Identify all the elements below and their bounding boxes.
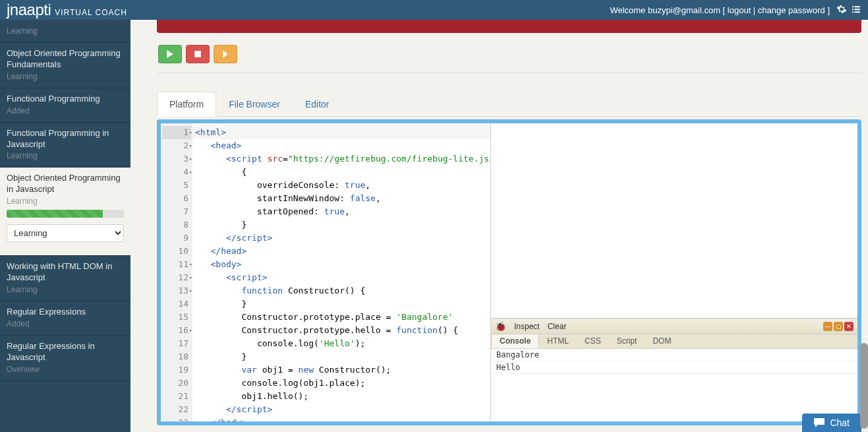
firebug-close-icon[interactable]: ✕ xyxy=(844,322,854,331)
code-line[interactable]: var obj1 = new Constructor(); xyxy=(192,363,490,377)
code-line[interactable]: Constructor.prototype.hello = function()… xyxy=(192,324,490,337)
gutter-line[interactable]: 19 xyxy=(162,363,191,377)
code-editor[interactable]: 1▾2▾3▾4▾567891011▾12▾13▾141516▾171819202… xyxy=(161,123,490,421)
sidebar-item[interactable]: Object Oriented Programming in Javascrip… xyxy=(0,168,130,256)
editor-code[interactable]: <html> <head> <script src="https://getfi… xyxy=(192,123,490,421)
gear-icon[interactable] xyxy=(836,4,847,16)
gutter-line[interactable]: 13▾ xyxy=(162,284,191,297)
code-line[interactable]: { xyxy=(192,166,490,179)
firebug-popout-icon[interactable]: ▢ xyxy=(834,322,843,331)
gutter-line[interactable]: 11▾ xyxy=(162,258,191,271)
code-line[interactable]: overrideConsole: true, xyxy=(192,179,490,192)
code-line[interactable]: } xyxy=(192,218,490,231)
sidebar[interactable]: LearningObject Oriented Programming Fund… xyxy=(0,20,130,432)
code-line[interactable]: console.log('Hello'); xyxy=(192,337,490,350)
firebug-tab-dom[interactable]: DOM xyxy=(645,334,679,348)
firebug-toolbar: 🐞 Inspect Clear — ▢ ✕ xyxy=(491,319,857,334)
code-line[interactable]: </body> xyxy=(192,416,490,421)
fold-icon[interactable]: ▾ xyxy=(189,284,192,297)
firebug-tab-css[interactable]: CSS xyxy=(577,334,609,348)
gutter-line[interactable]: 16▾ xyxy=(162,324,191,337)
sidebar-item[interactable]: Regular ExpressionsAdded xyxy=(0,301,130,336)
chat-button[interactable]: Chat xyxy=(802,414,861,432)
brand[interactable]: jnaapti VIRTUAL COACH xyxy=(7,1,127,19)
gutter-line[interactable]: 3▾ xyxy=(162,152,191,166)
gutter-line[interactable]: 20 xyxy=(162,377,191,390)
gutter-line[interactable]: 14 xyxy=(162,297,191,311)
list-icon[interactable] xyxy=(851,4,861,16)
firebug-tab-html[interactable]: HTML xyxy=(539,334,577,348)
firebug-console[interactable]: BangaloreHello xyxy=(491,349,857,421)
code-line[interactable]: </script> xyxy=(192,231,490,245)
code-line[interactable]: startInNewWindow: false, xyxy=(192,192,490,205)
code-line[interactable]: Constructor.prototype.place = 'Bangalore… xyxy=(192,311,490,324)
fold-icon[interactable]: ▾ xyxy=(189,126,192,139)
code-line[interactable]: startOpened: true, xyxy=(192,205,490,218)
logout-link[interactable]: logout xyxy=(728,5,751,15)
stop-button[interactable] xyxy=(186,45,210,63)
gutter-line[interactable]: 17 xyxy=(162,337,191,350)
firebug-icon[interactable]: 🐞 xyxy=(495,321,506,332)
code-line[interactable]: <script src="https://getfirebug.com/fire… xyxy=(192,152,490,166)
code-line[interactable]: console.log(obj1.place); xyxy=(192,377,490,390)
code-line[interactable]: <head> xyxy=(192,139,490,152)
gutter-line[interactable]: 6 xyxy=(162,192,191,205)
sidebar-item[interactable]: Working with HTML DOM in JavascriptLearn… xyxy=(0,256,130,301)
code-line[interactable]: function Constructor() { xyxy=(192,284,490,297)
fold-icon[interactable]: ▾ xyxy=(189,271,192,284)
code-line[interactable]: </script> xyxy=(192,403,490,416)
fold-icon[interactable]: ▾ xyxy=(189,166,192,179)
code-line[interactable]: <html> xyxy=(192,126,490,139)
gutter-line[interactable]: 5 xyxy=(162,179,191,192)
sidebar-item-status: Learning xyxy=(7,285,124,294)
code-line[interactable]: } xyxy=(192,297,490,311)
tab-platform[interactable]: Platform xyxy=(157,92,216,117)
gutter-line[interactable]: 12▾ xyxy=(162,271,191,284)
tab-editor[interactable]: Editor xyxy=(293,92,342,117)
sidebar-item[interactable]: Functional ProgrammingAdded xyxy=(0,88,130,123)
gutter-line[interactable]: 21 xyxy=(162,390,191,403)
gutter-line[interactable]: 15 xyxy=(162,311,191,324)
sidebar-item-status: Learning xyxy=(7,197,124,206)
step-button[interactable] xyxy=(214,45,237,63)
brand-main: jnaapti xyxy=(7,1,51,19)
code-line[interactable]: } xyxy=(192,350,490,363)
editor-gutter[interactable]: 1▾2▾3▾4▾567891011▾12▾13▾141516▾171819202… xyxy=(161,123,192,421)
gutter-line[interactable]: 4▾ xyxy=(162,166,191,179)
scrollbar-thumb[interactable] xyxy=(860,343,868,429)
gutter-line[interactable]: 9 xyxy=(162,231,191,245)
gutter-line[interactable]: 22 xyxy=(162,403,191,416)
gutter-line[interactable]: 10 xyxy=(162,245,191,258)
firebug-minimize-icon[interactable]: — xyxy=(823,322,832,331)
code-line[interactable]: <body> xyxy=(192,258,490,271)
sidebar-item[interactable]: Learning xyxy=(0,20,130,43)
alert-banner[interactable] xyxy=(157,20,861,33)
gutter-line[interactable]: 2▾ xyxy=(162,139,191,152)
gutter-line[interactable]: 8 xyxy=(162,218,191,231)
fold-icon[interactable]: ▾ xyxy=(189,152,192,166)
code-line[interactable]: obj1.hello(); xyxy=(192,390,490,403)
sidebar-item-status: Learning xyxy=(7,72,124,81)
sidebar-item[interactable]: Object Oriented Programming Fundamentals… xyxy=(0,43,130,88)
firebug-tab-script[interactable]: Script xyxy=(609,334,645,348)
gutter-line[interactable]: 23 xyxy=(162,416,191,421)
gutter-line[interactable]: 1▾ xyxy=(162,126,191,139)
sidebar-item[interactable]: Functional Programming in JavascriptLear… xyxy=(0,123,130,168)
fold-icon[interactable]: ▾ xyxy=(189,139,192,152)
sidebar-item[interactable]: Regular Expressions in JavascriptOvervie… xyxy=(0,336,130,381)
code-line[interactable]: <script> xyxy=(192,271,490,284)
firebug-inspect[interactable]: Inspect xyxy=(514,322,540,331)
fold-icon[interactable]: ▾ xyxy=(189,258,192,271)
play-button[interactable] xyxy=(158,45,182,63)
sidebar-item-status: Learning xyxy=(7,26,124,36)
gutter-line[interactable]: 18 xyxy=(162,350,191,363)
sidebar-item-title: Regular Expressions xyxy=(7,307,124,318)
gutter-line[interactable]: 7 xyxy=(162,205,191,218)
tab-file-browser[interactable]: File Browser xyxy=(216,92,293,117)
fold-icon[interactable]: ▾ xyxy=(189,324,192,337)
firebug-clear[interactable]: Clear xyxy=(548,322,567,331)
status-select[interactable]: Learning xyxy=(7,224,124,242)
code-line[interactable]: </head> xyxy=(192,245,490,258)
firebug-tab-console[interactable]: Console xyxy=(491,334,539,348)
change-password-link[interactable]: change password xyxy=(758,5,825,15)
